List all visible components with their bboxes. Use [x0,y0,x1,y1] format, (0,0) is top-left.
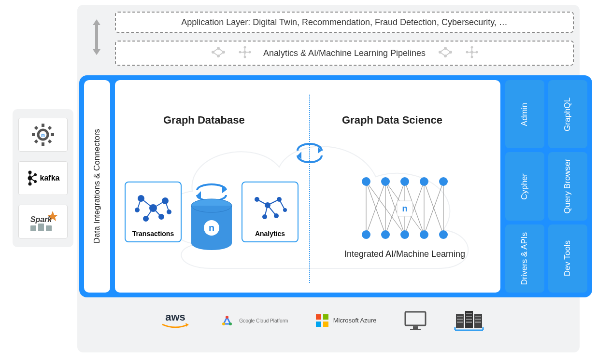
monitor-icon [403,310,427,331]
svg-line-24 [445,52,451,56]
svg-rect-117 [46,225,52,231]
svg-point-83 [362,177,370,186]
svg-point-92 [439,230,448,239]
svg-point-66 [274,213,279,218]
svg-rect-116 [38,224,44,231]
azure-provider: Microsoft Azure [315,313,377,328]
gcp-label: Google Cloud Platform [239,318,288,323]
neural-network-icon: n [356,172,453,246]
svg-point-91 [420,230,428,239]
svg-point-122 [229,322,232,325]
svg-point-46 [159,214,164,219]
svg-point-44 [162,198,168,204]
svg-rect-103 [48,140,52,143]
svg-point-121 [222,322,225,325]
svg-point-43 [150,205,156,211]
svg-point-84 [381,177,390,186]
svg-rect-135 [457,322,463,323]
svg-point-86 [420,177,428,186]
svg-rect-129 [410,329,421,330]
svg-line-23 [445,48,451,52]
main-platform-container: Data Integrations & Connectors Graph Dat… [79,75,592,297]
gcp-icon [219,313,235,328]
svg-rect-126 [323,322,328,327]
svg-rect-101 [48,126,52,130]
kafka-icon [27,170,37,186]
kafka-label: kafka [40,174,60,182]
svg-line-5 [213,52,218,56]
vertical-divider [309,95,310,283]
svg-rect-141 [475,319,481,320]
application-layer-box: Application Layer: Digital Twin, Recomme… [115,12,574,33]
transactions-label: Transactions [132,230,174,238]
analytics-layer-box: Analytics & AI/Machine Learning Pipeline… [115,41,574,66]
server-rack-icon [454,309,484,332]
svg-rect-97 [42,142,44,146]
spark-icon: Spark [27,210,59,233]
svg-line-7 [218,52,224,56]
svg-line-6 [218,48,224,52]
data-integrations-label: Data Integrations & Connectors [92,129,102,243]
graph-database-heading: Graph Database [163,114,245,126]
svg-rect-137 [466,316,472,317]
svg-rect-125 [316,322,321,327]
svg-point-87 [439,177,448,186]
svg-point-47 [135,208,139,212]
svg-point-45 [143,216,148,221]
gear-icon: n [30,122,56,147]
svg-point-85 [400,177,409,186]
database-cylinder-icon: n [185,182,238,254]
sync-icon [293,142,327,164]
azure-icon [315,313,329,328]
analytics-label: Analytics [255,230,285,238]
svg-point-64 [277,197,282,202]
application-layer-label: Application Layer: Digital Twin, Recomme… [181,17,508,28]
svg-point-90 [400,230,409,239]
spark-integration-card: Spark [18,205,68,238]
cypher-tile: Cypher [505,152,544,220]
svg-rect-124 [323,314,328,320]
integrated-ml-label: Integrated AI/Machine Learning [337,249,472,259]
data-integrations-strip: Data Integrations & Connectors [84,80,110,293]
admin-tile: Admin [505,80,544,148]
azure-label: Microsoft Azure [333,317,377,324]
svg-point-120 [226,316,228,319]
svg-line-22 [440,52,445,56]
graph-deco-icon [238,45,252,61]
svg-rect-102 [34,140,38,143]
external-integrations: n kafka Spark [13,109,73,247]
analytics-layer-label: Analytics & AI/Machine Learning Pipeline… [263,48,426,58]
graph-database-trio: Transactions n [125,182,298,254]
svg-point-63 [265,202,270,208]
aws-icon: aws [158,310,192,331]
aws-provider: aws [158,310,192,331]
svg-rect-96 [42,124,44,127]
graph-deco-icon [210,45,227,61]
svg-rect-136 [466,313,472,314]
svg-rect-134 [457,319,463,320]
svg-text:Spark: Spark [30,215,53,224]
transactions-card: Transactions [125,182,182,242]
svg-point-62 [255,197,259,202]
svg-rect-100 [34,126,38,130]
svg-rect-115 [30,225,36,231]
drivers-apis-tile: Drivers & APIs [505,224,544,293]
gcp-provider: Google Cloud Platform [219,313,288,328]
graphql-tile: GraphQL [548,80,587,148]
svg-rect-128 [413,326,418,329]
database-cylinder: n [187,182,236,254]
svg-rect-142 [475,322,481,323]
svg-rect-133 [457,316,463,317]
svg-point-42 [138,196,144,201]
svg-rect-138 [466,319,472,320]
svg-text:n: n [209,223,214,233]
svg-rect-139 [466,322,472,323]
servers-provider [454,309,484,332]
query-browser-tile: Query Browser [548,152,587,220]
transactions-graph-icon [128,186,179,230]
svg-text:n: n [402,204,408,213]
graph-deco-icon [437,45,454,61]
svg-point-88 [362,230,370,239]
bidirectional-arrow-icon [88,18,105,56]
svg-rect-140 [475,316,481,317]
